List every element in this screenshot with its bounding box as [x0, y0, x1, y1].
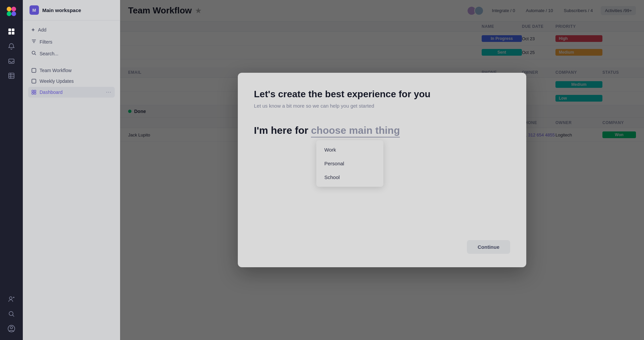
dropdown-item-school[interactable]: School: [316, 170, 383, 184]
page-icon: [32, 68, 36, 73]
svg-rect-6: [8, 32, 11, 35]
page-icon-2: [32, 79, 36, 83]
dashboard-icon: [32, 90, 36, 95]
svg-rect-26: [32, 79, 36, 83]
question-placeholder[interactable]: choose main thing: [311, 125, 400, 137]
nav-actions: + Add Filters Search...: [23, 20, 120, 63]
svg-rect-9: [9, 73, 14, 78]
add-button[interactable]: + Add: [28, 24, 115, 35]
dropdown-menu: Work Personal School: [316, 140, 383, 187]
svg-point-3: [11, 11, 16, 16]
user-plus-icon[interactable]: [5, 293, 17, 305]
svg-rect-27: [32, 90, 34, 92]
dropdown-item-personal[interactable]: Personal: [316, 157, 383, 170]
svg-rect-5: [12, 29, 14, 31]
continue-button[interactable]: Continue: [467, 240, 510, 254]
svg-point-1: [11, 7, 16, 11]
nav-header: M Main workspace: [23, 0, 120, 20]
modal-subtitle: Let us know a bit more so we can help yo…: [254, 103, 510, 109]
svg-line-24: [35, 54, 36, 55]
app-logo[interactable]: [5, 5, 17, 17]
modal-dialog: Let's create the best experience for you…: [238, 73, 526, 267]
filters-label: Filters: [40, 39, 52, 45]
grid-icon[interactable]: [5, 25, 17, 38]
nav-item-weekly-updates[interactable]: Weekly Updates: [28, 76, 115, 86]
nav-item-label-2: Weekly Updates: [40, 78, 74, 84]
svg-point-13: [9, 297, 12, 299]
svg-rect-7: [12, 32, 14, 35]
search-label: Search...: [40, 51, 58, 56]
svg-rect-29: [32, 93, 34, 94]
nav-item-actions[interactable]: ···: [106, 89, 111, 95]
svg-point-19: [10, 327, 13, 329]
modal-title: Let's create the best experience for you: [254, 89, 510, 100]
main-content: Team Workflow ★ Integrate / 0 Automate /…: [120, 0, 644, 340]
svg-point-23: [32, 51, 35, 54]
workspace-avatar: M: [30, 5, 39, 15]
dropdown-item-work[interactable]: Work: [316, 143, 383, 157]
modal-overlay[interactable]: Let's create the best experience for you…: [120, 0, 644, 340]
nav-item-label-3: Dashboard: [40, 90, 63, 95]
svg-point-2: [7, 11, 11, 16]
question-static: I'm here for: [254, 125, 308, 136]
svg-line-17: [13, 315, 14, 317]
svg-rect-28: [34, 90, 36, 92]
svg-rect-4: [8, 29, 11, 31]
search-bottom-icon[interactable]: [5, 308, 17, 320]
nav-item-team-workflow[interactable]: Team Workflow: [28, 65, 115, 75]
filter-icon: [32, 39, 36, 45]
svg-point-16: [9, 311, 13, 316]
nav-item-dashboard[interactable]: Dashboard ···: [28, 87, 115, 98]
svg-rect-25: [32, 68, 36, 72]
bell-icon[interactable]: [5, 40, 17, 52]
nav-sidebar: M Main workspace + Add Filters: [23, 0, 120, 340]
nav-section: Team Workflow Weekly Updates Dashboard ·…: [23, 63, 120, 100]
add-label: Add: [38, 27, 46, 33]
modal-question: I'm here for choose main thing Work Pers…: [254, 125, 510, 137]
user-avatar-icon[interactable]: [5, 323, 17, 335]
svg-point-0: [7, 7, 11, 11]
svg-rect-30: [34, 93, 36, 94]
nav-item-label: Team Workflow: [40, 68, 71, 73]
workspace-name: Main workspace: [42, 7, 81, 13]
search-button[interactable]: Search...: [28, 48, 115, 59]
icon-sidebar: [0, 0, 23, 340]
modal-footer: Continue: [254, 232, 510, 254]
table-icon[interactable]: [5, 70, 17, 82]
inbox-icon[interactable]: [5, 55, 17, 67]
filters-button[interactable]: Filters: [28, 37, 115, 47]
search-icon: [32, 51, 36, 56]
add-icon: +: [32, 27, 35, 33]
